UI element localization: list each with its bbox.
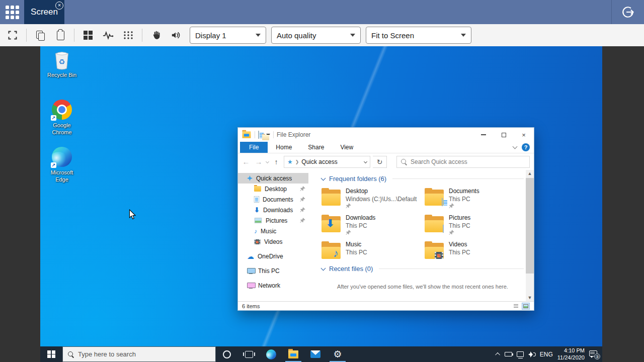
recent-locations-icon[interactable] (266, 160, 269, 163)
sound-button[interactable] (168, 27, 185, 44)
sidebar-item-quick-access[interactable]: Quick access (238, 173, 308, 184)
tray-overflow-button[interactable] (497, 352, 500, 356)
sidebar-item-videos[interactable]: Videos (238, 236, 308, 247)
close-button[interactable]: × (514, 128, 534, 142)
clipboard-button[interactable] (52, 27, 69, 44)
date-text: 11/24/2020 (557, 354, 585, 361)
ctrl-alt-del-button[interactable] (100, 27, 117, 44)
desktop-icon-label: Microsoft Edge (46, 169, 78, 184)
zoom-select[interactable]: Fit to Screen (366, 27, 471, 44)
copy-button[interactable] (32, 27, 49, 44)
keypad-button[interactable] (120, 27, 137, 44)
tab-file[interactable]: File (240, 142, 268, 153)
back-button[interactable]: ← (241, 157, 251, 166)
tile-location: This PC (449, 222, 470, 230)
address-dropdown-icon[interactable] (364, 160, 367, 163)
folder-tile-music[interactable]: ♪ Music This PC (321, 241, 425, 258)
task-view-button[interactable] (238, 346, 260, 362)
scrollbar-thumb[interactable] (526, 178, 534, 274)
network-button[interactable] (517, 351, 524, 357)
tab-share[interactable]: Share (300, 142, 332, 153)
battery-button[interactable] (505, 352, 512, 356)
cortana-button[interactable] (216, 346, 238, 362)
desktop-icon-google-chrome[interactable]: ↗ Google Chrome (45, 99, 78, 136)
desktop-icon-microsoft-edge[interactable]: ↗ Microsoft Edge (45, 146, 78, 184)
language-indicator[interactable]: ENG (540, 351, 553, 358)
sidebar-item-desktop[interactable]: Desktop (238, 184, 308, 194)
explorer-body: Quick access Desktop Documents ⬇ D (238, 170, 534, 301)
clock[interactable]: 4:10 PM 11/24/2020 (557, 347, 585, 361)
minimize-button[interactable] (473, 128, 494, 142)
recent-files-empty-message: After you've opened some files, we'll sh… (321, 284, 524, 290)
frequent-folders-grid: Desktop Windows (C:)\Us...\Default Docum… (321, 188, 524, 258)
sidebar-item-music[interactable]: ♪ Music (238, 226, 308, 236)
folder-tile-pictures[interactable]: Pictures This PC (425, 214, 526, 237)
help-button[interactable]: ? (522, 143, 530, 151)
windows-key-button[interactable] (79, 27, 97, 44)
thumbnail-view-button[interactable] (522, 303, 530, 310)
sidebar-item-onedrive[interactable]: ☁ OneDrive (238, 251, 308, 261)
desktop-icon-recycle-bin[interactable]: ♻ Recycle Bin (45, 48, 78, 79)
fullscreen-button[interactable] (4, 27, 21, 44)
this-pc-icon (247, 268, 255, 274)
scroll-up-icon[interactable]: ▲ (528, 170, 532, 177)
explorer-statusbar: 6 items (238, 301, 534, 310)
activity-pulse-icon (103, 31, 114, 40)
frequent-folders-header[interactable]: Frequent folders (6) (321, 175, 524, 183)
sidebar-item-documents[interactable]: Documents (238, 194, 308, 205)
address-box[interactable]: ★ ❯ Quick access (284, 156, 370, 168)
tab-home[interactable]: Home (268, 142, 300, 153)
taskbar-search-input[interactable] (78, 350, 210, 358)
quality-select[interactable]: Auto quality (271, 27, 361, 44)
task-view-icon (245, 351, 253, 358)
explorer-search-box[interactable] (396, 156, 530, 168)
recent-files-header[interactable]: Recent files (0) (321, 265, 524, 273)
display-select[interactable]: Display 1 (190, 27, 266, 44)
quality-select-value: Auto quality (277, 31, 344, 40)
sidebar-item-network[interactable]: Network (238, 280, 308, 291)
search-icon (68, 351, 74, 357)
pictures-folder-icon (425, 216, 444, 231)
explorer-titlebar[interactable]: File Explorer × (238, 128, 534, 142)
scroll-down-icon[interactable]: ▼ (528, 294, 532, 301)
sidebar-item-downloads[interactable]: ⬇ Downloads (238, 205, 308, 215)
touch-mode-button[interactable] (147, 27, 165, 44)
taskbar-file-explorer-button[interactable] (282, 346, 304, 362)
navigation-pane: Quick access Desktop Documents ⬇ D (238, 170, 308, 301)
refresh-button[interactable]: ↻ (373, 156, 387, 168)
expand-ribbon-icon[interactable] (513, 144, 518, 149)
taskbar-settings-button[interactable]: ⚙ (327, 346, 349, 362)
documents-icon (254, 196, 260, 203)
taskbar-mail-button[interactable] (304, 346, 327, 362)
tab-screen[interactable]: Screen × (24, 0, 64, 24)
sidebar-item-pictures[interactable]: Pictures (238, 215, 308, 226)
folder-tile-downloads[interactable]: ⬇ Downloads This PC (321, 214, 425, 237)
windows-desktop[interactable]: ♻ Recycle Bin ↗ Google Chrome ↗ Microsof… (40, 46, 602, 362)
start-button[interactable] (40, 346, 62, 362)
properties-button[interactable] (258, 131, 259, 138)
taskbar-edge-button[interactable] (260, 346, 282, 362)
qat-separator (255, 131, 255, 138)
logout-button[interactable] (612, 0, 644, 24)
tab-close-icon[interactable]: × (55, 2, 63, 10)
keypad-icon (123, 31, 133, 40)
zoom-select-value: Fit to Screen (371, 31, 455, 40)
details-view-button[interactable] (512, 303, 520, 310)
notification-badge: 3 (594, 353, 600, 359)
taskbar-search-box[interactable] (62, 346, 216, 362)
explorer-search-input[interactable] (411, 158, 525, 165)
maximize-button[interactable] (494, 128, 514, 142)
sidebar-item-this-pc[interactable]: This PC (238, 265, 308, 276)
app-grid-button[interactable] (0, 0, 24, 24)
forward-button[interactable]: → (254, 157, 264, 166)
up-button[interactable]: ↑ (271, 158, 281, 166)
tile-name: Documents (449, 188, 479, 196)
folder-tile-videos[interactable]: Videos This PC (425, 241, 526, 258)
volume-button[interactable] (528, 351, 535, 357)
speaker-icon (171, 31, 181, 40)
notification-center-button[interactable]: 3 (589, 350, 598, 358)
folder-tile-desktop[interactable]: Desktop Windows (C:)\Us...\Default (321, 188, 425, 210)
tab-view[interactable]: View (332, 142, 361, 153)
folder-tile-documents[interactable]: Documents This PC (425, 188, 526, 210)
vertical-scrollbar[interactable]: ▲ ▼ (526, 170, 534, 301)
